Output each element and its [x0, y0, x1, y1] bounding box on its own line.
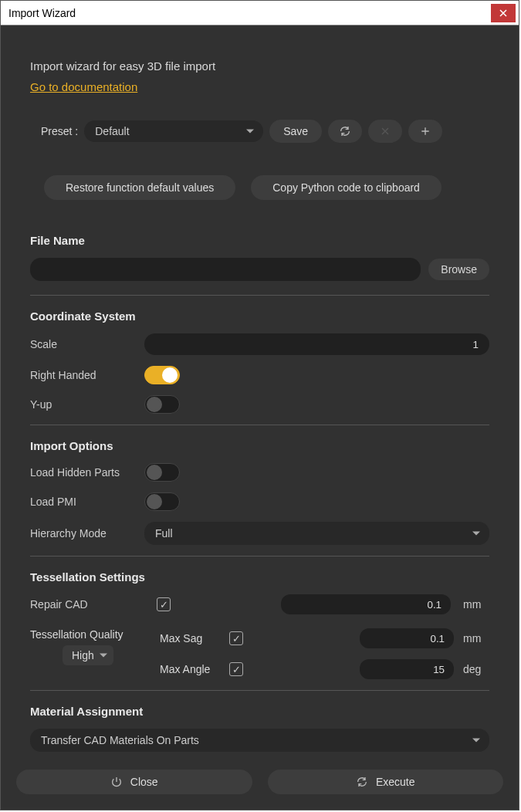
- top-actions-row: Restore function default values Copy Pyt…: [30, 175, 489, 200]
- restore-defaults-button[interactable]: Restore function default values: [44, 175, 235, 200]
- repair-label: Repair CAD: [30, 598, 144, 611]
- divider: [30, 690, 489, 691]
- load-pmi-toggle[interactable]: [144, 492, 180, 511]
- max-angle-unit: deg: [463, 663, 489, 675]
- footer: Close Execute: [1, 759, 519, 810]
- plus-icon: [419, 125, 431, 137]
- execute-button[interactable]: Execute: [268, 770, 504, 794]
- save-preset-button[interactable]: Save: [269, 120, 322, 143]
- load-pmi-row: Load PMI: [30, 492, 489, 511]
- close-button-label: Close: [130, 776, 158, 788]
- intro-text: Import wizard for easy 3D file import: [30, 59, 489, 73]
- hierarchy-row: Hierarchy Mode Full: [30, 522, 489, 545]
- documentation-link[interactable]: Go to documentation: [30, 80, 137, 93]
- hierarchy-value: Full: [155, 527, 173, 540]
- filename-row: Browse: [30, 258, 489, 281]
- right-handed-toggle[interactable]: [144, 366, 180, 384]
- delete-preset-button[interactable]: [368, 120, 402, 143]
- max-angle-label: Max Angle: [160, 663, 220, 675]
- preset-value: Default: [95, 125, 129, 137]
- add-preset-button[interactable]: [408, 120, 442, 143]
- hierarchy-label: Hierarchy Mode: [30, 527, 134, 540]
- chevron-down-icon: [246, 130, 254, 134]
- right-handed-row: Right Handed: [30, 366, 489, 384]
- yup-label: Y-up: [30, 398, 144, 411]
- refresh-preset-button[interactable]: [328, 120, 362, 143]
- chevron-down-icon: [472, 532, 480, 536]
- material-mode-value: Transfer CAD Materials On Parts: [41, 734, 199, 746]
- max-angle-checkbox[interactable]: ✓: [229, 662, 243, 676]
- chevron-down-icon: [472, 739, 480, 743]
- refresh-icon: [356, 776, 368, 788]
- max-sag-label: Max Sag: [160, 632, 220, 645]
- import-options-section-title: Import Options: [30, 439, 489, 452]
- tess-quality-dropdown[interactable]: High: [63, 645, 113, 665]
- preset-row: Preset : Default Save: [30, 120, 489, 143]
- scale-row: Scale: [30, 333, 489, 355]
- max-sag-input[interactable]: [360, 628, 454, 648]
- close-button[interactable]: Close: [16, 770, 252, 794]
- right-handed-label: Right Handed: [30, 369, 144, 381]
- tess-quality-row: Tessellation Quality High Max Sag ✓ mm M…: [30, 628, 489, 679]
- filename-section-title: File Name: [30, 234, 489, 247]
- load-pmi-label: Load PMI: [30, 496, 144, 508]
- import-wizard-window: Import Wizard Import wizard for easy 3D …: [0, 0, 519, 810]
- tess-quality-label: Tessellation Quality: [30, 628, 123, 641]
- load-hidden-row: Load Hidden Parts: [30, 463, 489, 482]
- max-sag-checkbox[interactable]: ✓: [229, 631, 243, 645]
- scale-label: Scale: [30, 338, 144, 350]
- browse-button[interactable]: Browse: [428, 259, 489, 280]
- repair-unit: mm: [463, 598, 489, 611]
- repair-row: Repair CAD ✓ mm: [30, 594, 489, 614]
- execute-button-label: Execute: [376, 776, 415, 788]
- preset-dropdown[interactable]: Default: [84, 120, 263, 142]
- repair-checkbox[interactable]: ✓: [157, 597, 171, 611]
- max-sag-unit: mm: [463, 632, 489, 645]
- content-area: Import wizard for easy 3D file import Go…: [1, 25, 519, 759]
- load-hidden-label: Load Hidden Parts: [30, 466, 144, 479]
- material-section-title: Material Assignment: [30, 705, 489, 718]
- max-angle-row: Max Angle ✓ deg: [160, 659, 489, 679]
- power-icon: [110, 776, 123, 788]
- material-mode-dropdown[interactable]: Transfer CAD Materials On Parts: [30, 729, 489, 752]
- copy-python-button[interactable]: Copy Python code to clipboard: [251, 175, 441, 200]
- repair-value-input[interactable]: [281, 594, 451, 614]
- divider: [30, 295, 489, 296]
- close-icon[interactable]: [491, 4, 516, 22]
- max-sag-row: Max Sag ✓ mm: [160, 628, 489, 648]
- load-hidden-toggle[interactable]: [144, 463, 180, 482]
- window-title: Import Wizard: [8, 7, 76, 19]
- chevron-down-icon: [100, 654, 107, 658]
- x-icon: [379, 125, 391, 137]
- max-angle-input[interactable]: [360, 659, 454, 679]
- tess-quality-value: High: [72, 649, 94, 661]
- scale-input[interactable]: [144, 333, 489, 355]
- preset-label: Preset :: [41, 125, 78, 137]
- refresh-icon: [339, 125, 351, 137]
- divider: [30, 556, 489, 557]
- yup-row: Y-up: [30, 395, 489, 414]
- yup-toggle[interactable]: [144, 395, 180, 414]
- filename-input[interactable]: [30, 258, 421, 281]
- divider: [30, 425, 489, 425]
- hierarchy-dropdown[interactable]: Full: [144, 522, 489, 545]
- coord-section-title: Coordinate System: [30, 310, 489, 323]
- tess-section-title: Tessellation Settings: [30, 570, 489, 584]
- titlebar: Import Wizard: [1, 1, 519, 25]
